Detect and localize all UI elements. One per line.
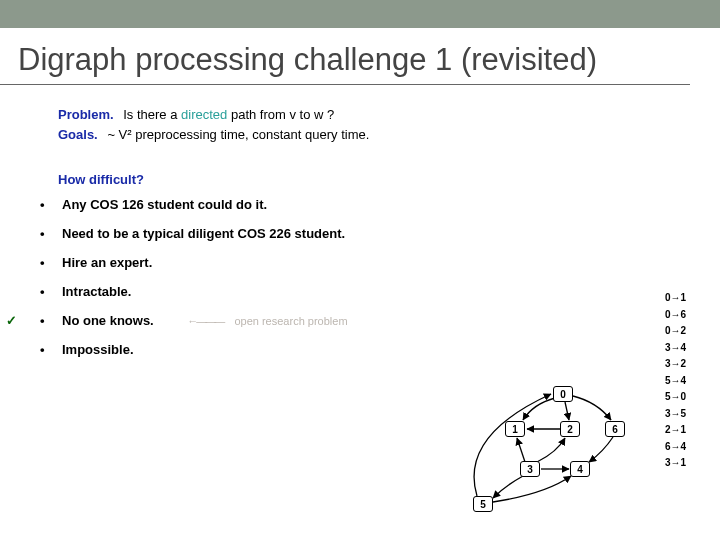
graph-node: 5 xyxy=(473,496,493,512)
option-text: Hire an expert. xyxy=(62,255,152,270)
edge-item: 3→4 xyxy=(665,340,686,357)
graph-edges xyxy=(465,386,635,536)
option-item: Hire an expert. xyxy=(58,255,708,270)
slide-content: Problem. Is there a directed path from v… xyxy=(0,85,720,357)
graph-node: 4 xyxy=(570,461,590,477)
option-text: Intractable. xyxy=(62,284,131,299)
edge-item: 6→4 xyxy=(665,439,686,456)
digraph-figure: 0 1 2 6 3 4 5 xyxy=(465,386,635,536)
option-text: Need to be a typical diligent COS 226 st… xyxy=(62,226,345,241)
option-text: Any COS 126 student could do it. xyxy=(62,197,267,212)
option-item: Any COS 126 student could do it. xyxy=(58,197,708,212)
goals-row: Goals. ~ V² preprocessing time, constant… xyxy=(58,127,708,142)
problem-text-suffix: path from v to w ? xyxy=(227,107,334,122)
edge-item: 3→2 xyxy=(665,356,686,373)
edge-item: 0→1 xyxy=(665,290,686,307)
graph-node: 2 xyxy=(560,421,580,437)
edge-item: 2→1 xyxy=(665,422,686,439)
edge-item: 5→0 xyxy=(665,389,686,406)
option-item: Intractable. xyxy=(58,284,708,299)
graph-node: 0 xyxy=(553,386,573,402)
graph-node: 1 xyxy=(505,421,525,437)
problem-highlight: directed xyxy=(181,107,227,122)
problem-text-prefix: Is there a xyxy=(123,107,181,122)
goals-text: ~ V² preprocessing time, constant query … xyxy=(107,127,369,142)
graph-node: 6 xyxy=(605,421,625,437)
top-accent-bar xyxy=(0,0,720,28)
slide-title: Digraph processing challenge 1 (revisite… xyxy=(0,28,690,85)
options-list: Any COS 126 student could do it. Need to… xyxy=(58,197,708,357)
how-difficult-label: How difficult? xyxy=(58,172,708,187)
edge-item: 0→6 xyxy=(665,307,686,324)
checkmark-icon: ✓ xyxy=(6,313,17,328)
problem-label: Problem. xyxy=(58,107,114,122)
option-note: ←——— open research problem xyxy=(187,315,347,327)
edge-list: 0→1 0→6 0→2 3→4 3→2 5→4 5→0 3→5 2→1 6→4 … xyxy=(665,290,686,472)
option-text: No one knows. xyxy=(62,313,154,328)
problem-row: Problem. Is there a directed path from v… xyxy=(58,107,708,122)
option-item: Need to be a typical diligent COS 226 st… xyxy=(58,226,708,241)
goals-label: Goals. xyxy=(58,127,98,142)
graph-node: 3 xyxy=(520,461,540,477)
edge-item: 3→1 xyxy=(665,455,686,472)
option-note-text: open research problem xyxy=(234,315,347,327)
arrow-icon: ←——— xyxy=(187,315,223,327)
edge-item: 3→5 xyxy=(665,406,686,423)
edge-item: 0→2 xyxy=(665,323,686,340)
option-text: Impossible. xyxy=(62,342,134,357)
option-item: ✓ No one knows. ←——— open research probl… xyxy=(58,313,708,328)
option-item: Impossible. xyxy=(58,342,708,357)
edge-item: 5→4 xyxy=(665,373,686,390)
